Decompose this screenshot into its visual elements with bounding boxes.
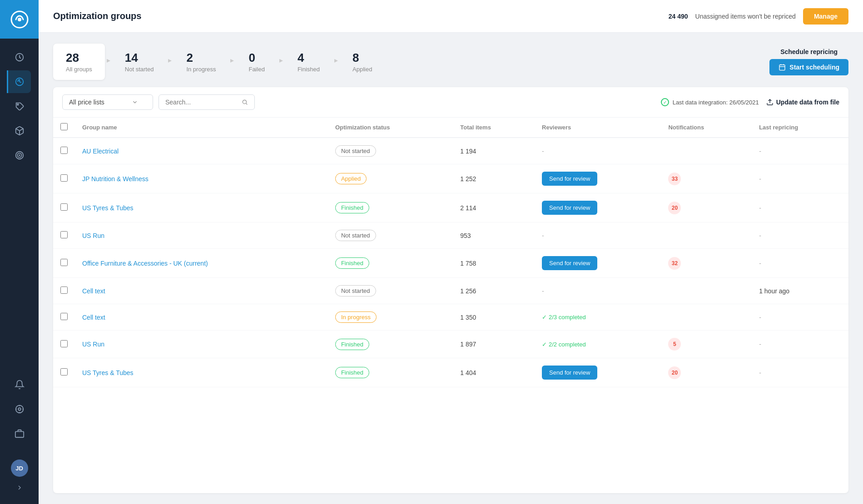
status-badge: Finished (335, 339, 369, 350)
collapse-button[interactable] (12, 480, 27, 497)
select-all-checkbox[interactable] (60, 123, 68, 130)
sidebar-avatar[interactable]: JD (11, 460, 28, 477)
schedule-title: Schedule repricing (780, 48, 838, 55)
svg-point-4 (17, 104, 18, 105)
table-area: All price lists ✓ Last data integration:… (53, 87, 848, 493)
row-checkbox-2[interactable] (60, 203, 68, 211)
status-badge: Finished (335, 257, 369, 269)
update-data-button[interactable]: Update data from file (766, 99, 839, 106)
price-list-dropdown[interactable]: All price lists (62, 94, 153, 110)
send-for-review-button[interactable]: Send for review (542, 256, 597, 270)
svg-point-8 (15, 405, 23, 413)
last-repricing: - (752, 331, 848, 358)
row-checkbox-4[interactable] (60, 259, 68, 266)
group-name-link[interactable]: Cell text (82, 314, 105, 321)
reviewers-col: Reviewers (535, 118, 661, 138)
stat-arrow-1: ▸ (166, 56, 174, 64)
group-name-link[interactable]: US Run (82, 232, 104, 239)
last-repricing: - (752, 164, 848, 193)
notification-badge: 20 (668, 202, 681, 214)
toolbar-right: ✓ Last data integration: 26/05/2021 Upda… (661, 98, 839, 106)
send-for-review-button[interactable]: Send for review (542, 172, 597, 186)
status-badge: Not started (335, 145, 376, 157)
svg-rect-10 (15, 431, 23, 437)
group-name-link[interactable]: Cell text (82, 287, 105, 295)
status-badge: Finished (335, 202, 369, 213)
table-row: JP Nutrition & WellnessApplied1 252Send … (53, 164, 848, 193)
start-scheduling-button[interactable]: Start scheduling (769, 59, 848, 75)
group-name-link[interactable]: US Run (82, 341, 104, 348)
select-all-col (53, 118, 75, 138)
row-checkbox-3[interactable] (60, 231, 68, 238)
table-row: AU ElectricalNot started1 194-- (53, 138, 848, 164)
header-right: 24 490 Unassigned items won't be reprice… (669, 8, 848, 25)
sidebar-item-clock[interactable] (8, 46, 31, 69)
group-name-link[interactable]: US Tyres & Tubes (82, 204, 134, 212)
group-name-link[interactable]: AU Electrical (82, 148, 119, 155)
last-repricing: 1 hour ago (752, 278, 848, 304)
header: Optimization groups 24 490 Unassigned it… (39, 0, 863, 33)
sidebar-item-tag[interactable] (8, 95, 31, 118)
total-items: 1 194 (453, 138, 535, 164)
integration-text: Last data integration: 26/05/2021 (673, 99, 759, 106)
optimization-status-col: Optimization status (328, 118, 453, 138)
last-repricing: - (752, 193, 848, 222)
schedule-box: Schedule repricing Start scheduling (769, 48, 848, 75)
table-body: AU ElectricalNot started1 194--JP Nutrit… (53, 138, 848, 387)
row-checkbox-5[interactable] (60, 287, 68, 294)
total-items: 1 404 (453, 358, 535, 387)
search-box[interactable] (159, 94, 255, 110)
row-checkbox-6[interactable] (60, 313, 68, 320)
group-name-col: Group name (75, 118, 328, 138)
total-items: 1 256 (453, 278, 535, 304)
stat-item-in-progress[interactable]: 2 In progress (174, 44, 228, 80)
last-repricing: - (752, 358, 848, 387)
svg-point-7 (19, 155, 20, 156)
chevron-down-icon (132, 99, 138, 105)
sidebar-bottom: JD (11, 452, 28, 504)
sidebar-item-compass[interactable] (8, 398, 31, 420)
search-input[interactable] (165, 99, 238, 106)
last-repricing: - (752, 222, 848, 249)
table-row: Cell textNot started1 256-1 hour ago (53, 278, 848, 304)
sidebar-item-target[interactable] (8, 144, 31, 167)
notification-badge: 33 (668, 173, 681, 185)
stat-item-applied[interactable]: 8 Applied (340, 44, 385, 80)
send-for-review-button[interactable]: Send for review (542, 201, 597, 215)
row-checkbox-8[interactable] (60, 368, 68, 376)
stat-item-not-started[interactable]: 14 Not started (112, 44, 167, 80)
status-badge: Not started (335, 230, 376, 241)
sidebar-item-bell[interactable] (8, 373, 31, 396)
stat-item-finished[interactable]: 4 Finished (285, 44, 332, 80)
price-list-label: All price lists (69, 99, 104, 106)
manage-button[interactable]: Manage (803, 8, 848, 25)
group-name-link[interactable]: US Tyres & Tubes (82, 369, 134, 376)
svg-point-1 (18, 18, 21, 21)
sidebar-item-briefcase[interactable] (8, 422, 31, 445)
table-row: US RunNot started953-- (53, 222, 848, 249)
reviewers-dash: - (542, 287, 544, 295)
notification-badge: 20 (668, 366, 681, 379)
group-name-link[interactable]: JP Nutrition & Wellness (82, 175, 149, 183)
sidebar-item-cube[interactable] (8, 119, 31, 142)
stat-item-all-groups[interactable]: 28 All groups (53, 44, 105, 80)
total-items: 1 758 (453, 249, 535, 278)
stat-arrow-0: ▸ (105, 56, 112, 64)
sidebar-item-reprice[interactable] (7, 70, 31, 93)
group-name-link[interactable]: Office Furniture & Accessories - UK (cur… (82, 260, 208, 267)
total-items: 2 114 (453, 193, 535, 222)
status-badge: Finished (335, 367, 369, 378)
update-button-label: Update data from file (776, 99, 839, 106)
send-for-review-button[interactable]: Send for review (542, 366, 597, 380)
row-checkbox-0[interactable] (60, 147, 68, 154)
stat-item-failed[interactable]: 0 Failed (236, 44, 277, 80)
table-toolbar: All price lists ✓ Last data integration:… (53, 87, 848, 118)
upload-icon (766, 99, 774, 106)
stat-arrow-3: ▸ (278, 56, 285, 64)
row-checkbox-7[interactable] (60, 340, 68, 347)
total-items: 1 350 (453, 304, 535, 331)
last-repricing: - (752, 304, 848, 331)
sidebar-logo[interactable] (0, 0, 39, 39)
row-checkbox-1[interactable] (60, 174, 68, 182)
svg-line-17 (246, 104, 248, 105)
